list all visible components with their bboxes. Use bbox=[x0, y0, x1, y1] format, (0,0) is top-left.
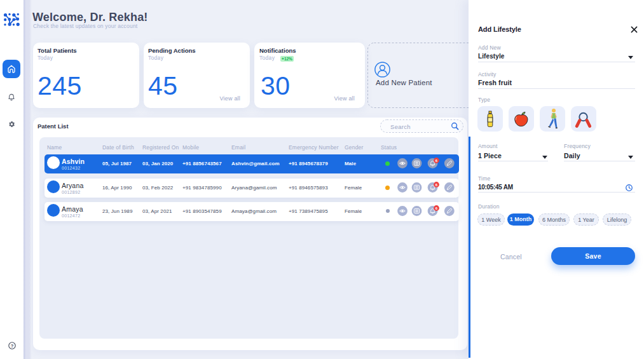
svg-text:?: ? bbox=[11, 343, 14, 349]
